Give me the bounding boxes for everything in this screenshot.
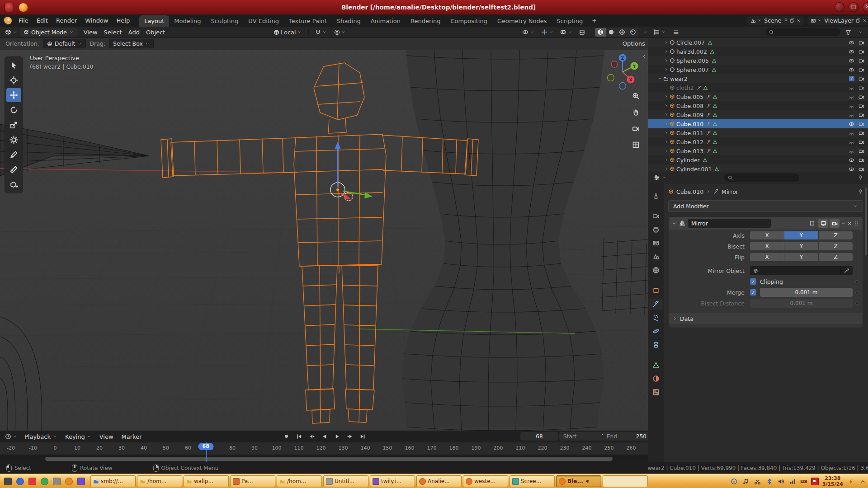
axis-z-toggle[interactable]: Z [819, 231, 853, 239]
expand-icon[interactable] [663, 149, 670, 153]
transform-orientation-dropdown[interactable]: Local [271, 28, 304, 37]
camera-icon[interactable] [859, 58, 864, 64]
taskbar-app-pa-[interactable]: Pa... [230, 475, 275, 487]
camera-icon[interactable] [859, 148, 864, 154]
launcher-3-button[interactable] [27, 476, 38, 487]
current-frame-field[interactable]: 68 [520, 432, 558, 441]
properties-tab-object[interactable] [649, 285, 663, 296]
outliner-row-cube-010[interactable]: Cube.010 [648, 119, 868, 128]
toggle-orthographic-button[interactable] [631, 140, 641, 150]
launcher-4-button[interactable] [39, 476, 50, 487]
expand-icon[interactable] [663, 94, 670, 99]
menu-help[interactable]: Help [113, 16, 134, 25]
expand-icon[interactable] [663, 67, 670, 72]
menu-file[interactable]: File [14, 16, 33, 25]
launcher-2-button[interactable] [14, 476, 25, 487]
orientation-select[interactable]: Default [43, 39, 86, 48]
edit-mode-display-toggle[interactable] [807, 219, 817, 228]
timeline-menu-view[interactable]: View [95, 432, 118, 441]
tool-transform[interactable] [6, 133, 21, 147]
gizmos-dropdown[interactable] [539, 28, 556, 36]
mode-dropdown[interactable]: Object Mode [20, 28, 77, 37]
timeline-menu-marker[interactable]: Marker [118, 432, 146, 441]
eye-closed-icon[interactable] [849, 148, 854, 154]
minimize-button[interactable]: – [835, 2, 844, 12]
workspace-tab-layout[interactable]: Layout [139, 15, 169, 27]
tool-cursor[interactable] [6, 73, 21, 87]
bisect-y-toggle[interactable]: Y [784, 242, 818, 250]
eye-icon[interactable] [849, 49, 854, 55]
outliner-row-cylinder-001[interactable]: Cylinder.001 [648, 164, 868, 172]
outliner-search-input[interactable] [765, 28, 840, 36]
taskbar-app-ble-[interactable]: Ble... [556, 475, 601, 487]
eye-closed-icon[interactable] [849, 94, 854, 100]
camera-icon[interactable] [859, 40, 864, 46]
start-frame-field[interactable]: Start 1 [559, 432, 609, 441]
play-forward-button[interactable] [332, 432, 342, 441]
eye-closed-icon[interactable] [849, 85, 854, 91]
tray-volume[interactable] [777, 477, 785, 485]
tool-measure[interactable] [6, 163, 21, 177]
pan-button[interactable] [631, 107, 641, 117]
timeline-ruler[interactable]: -20-100102030405060708090100110120130140… [0, 442, 648, 455]
properties-search-input[interactable] [724, 174, 799, 182]
properties-tab-tool[interactable] [649, 190, 663, 201]
workspace-tab-rendering[interactable]: Rendering [406, 15, 445, 27]
outliner-row-cube-009[interactable]: Cube.009 [648, 110, 868, 119]
breadcrumb-modifier[interactable]: Mirror [722, 188, 738, 195]
camera-icon[interactable] [859, 103, 864, 109]
modifier-name-field[interactable]: Mirror [688, 219, 771, 228]
expand-icon[interactable] [663, 140, 670, 144]
eye-icon[interactable] [849, 166, 854, 172]
pin-icon[interactable] [783, 18, 788, 23]
outliner-row-cube-012[interactable]: Cube.012 [648, 137, 868, 146]
clipping-checkbox[interactable]: ✓ [750, 278, 756, 285]
launcher-1-button[interactable] [2, 476, 13, 487]
properties-tab-world[interactable] [649, 265, 663, 276]
grip-icon[interactable] [854, 221, 859, 226]
properties-tab-material[interactable] [649, 373, 663, 384]
mirror-object-field[interactable] [750, 266, 840, 275]
taskbar-app-wallp-[interactable]: wallp... [184, 475, 229, 487]
camera-icon[interactable] [859, 139, 864, 145]
taskbar-clock[interactable]: 23:38 3/15/24 [822, 475, 843, 487]
jump-to-end-button[interactable] [357, 432, 368, 441]
viewport-menu-select[interactable]: Select [101, 28, 125, 37]
camera-icon[interactable] [859, 157, 864, 163]
workspace-tab-animation[interactable]: Animation [366, 15, 406, 27]
taskbar-app-smb-[interactable]: smb://... [90, 475, 136, 487]
visibility-dropdown[interactable] [520, 28, 537, 36]
eye-closed-icon[interactable] [849, 130, 854, 136]
copy-icon[interactable] [790, 18, 795, 23]
chev-down-icon[interactable] [672, 221, 677, 226]
viewport-menu-object[interactable]: Object [143, 28, 168, 37]
window-manager-icon[interactable] [5, 3, 14, 12]
taskbar-app-untitl-[interactable]: Untitl... [323, 475, 368, 487]
eye-icon[interactable] [849, 121, 854, 127]
menu-render[interactable]: Render [52, 16, 81, 25]
camera-icon[interactable] [859, 94, 864, 100]
outliner-row-sphere-007[interactable]: Sphere.007 [648, 65, 868, 74]
tray-network[interactable] [788, 477, 797, 485]
expand-icon[interactable] [663, 49, 670, 54]
collapse-icon[interactable] [656, 76, 663, 81]
timeline-menu-playback[interactable]: Playback [20, 432, 61, 441]
tool-rotate[interactable] [6, 103, 21, 117]
outliner-display-mode-button[interactable] [671, 28, 681, 36]
taskbar-app-scree-[interactable]: Scree... [509, 475, 555, 487]
keyboard-layout-indicator[interactable]: us [800, 478, 807, 484]
breadcrumb-object[interactable]: Cube.010 [676, 188, 703, 195]
camera-icon[interactable] [859, 112, 864, 118]
merge-checkbox[interactable]: ✓ [750, 289, 756, 296]
expand-icon[interactable] [663, 113, 670, 117]
camera-icon[interactable] [859, 85, 864, 91]
outliner-row-cylinder[interactable]: Cylinder [648, 155, 868, 164]
outliner-filter-dropdown[interactable] [856, 29, 865, 35]
eye-closed-icon[interactable] [849, 112, 854, 118]
close-icon[interactable] [847, 221, 852, 226]
workspace-tab-scripting[interactable]: Scripting [552, 15, 588, 27]
properties-tab-particles[interactable] [649, 312, 663, 323]
properties-editor-type-button[interactable] [651, 174, 668, 182]
properties-tab-output[interactable] [649, 224, 663, 235]
close-button[interactable]: × [863, 2, 868, 12]
